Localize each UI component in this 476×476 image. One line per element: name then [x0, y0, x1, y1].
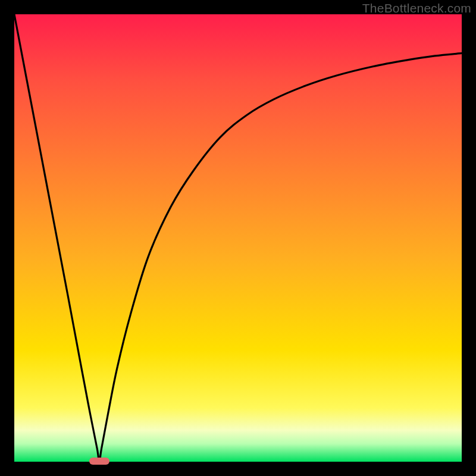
minimum-marker	[89, 458, 109, 465]
chart-container: TheBottleneck.com	[0, 0, 476, 476]
bottleneck-curve	[14, 14, 462, 462]
watermark-text: TheBottleneck.com	[362, 1, 471, 15]
line-plot	[14, 14, 462, 462]
plot-area	[14, 14, 462, 462]
